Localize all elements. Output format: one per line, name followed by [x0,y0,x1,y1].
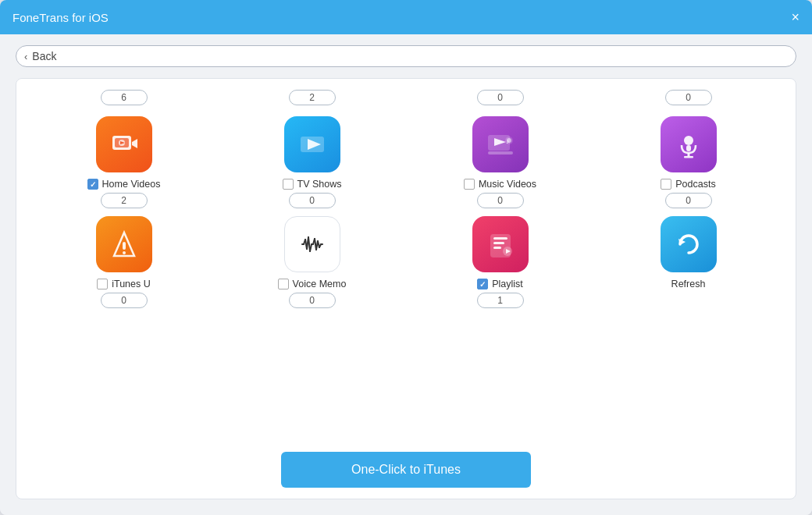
itunes-button[interactable]: One-Click to iTunes [281,452,531,488]
playlist-count: 1 [477,293,524,308]
playlist-label-row: Playlist [477,279,523,289]
top-count-badge-0: 6 [101,90,148,105]
top-count-item-1: 2 [220,90,404,105]
svg-rect-18 [123,242,126,250]
playlist-checkbox[interactable] [477,279,488,289]
top-count-badge-3: 0 [665,90,712,105]
top-count-item-2: 0 [408,90,592,105]
grid-item-home-videos: Home Videos2 [32,116,215,208]
home-videos-label-row: Home Videos [87,179,161,190]
svg-rect-9 [488,151,513,154]
podcasts-label-row: Podcasts [661,179,715,190]
back-button[interactable]: ‹ Back [16,45,796,67]
home-videos-count: 2 [101,193,148,208]
podcasts-count: 0 [665,193,712,208]
grid-item-voice-memo: Voice Memo0 [220,216,404,308]
voice-memo-checkbox[interactable] [278,279,289,289]
app-title: FoneTrans for iOS [12,11,109,24]
grid-item-tv-shows: TV Shows0 [220,116,404,208]
back-chevron-icon: ‹ [24,51,27,62]
refresh-label: Refresh [671,279,706,289]
voice-memo-count: 0 [289,293,336,308]
svg-marker-1 [132,139,137,148]
home-videos-checkbox[interactable] [87,179,98,190]
playlist-label: Playlist [492,279,523,289]
voice-memo-icon [284,216,340,272]
tv-shows-count: 0 [289,193,336,208]
svg-rect-16 [684,156,693,158]
itunes-u-label: iTunes U [112,279,151,289]
tv-shows-label-row: TV Shows [283,179,342,190]
grid-area: 6 2 0 0 H [24,90,788,439]
podcasts-checkbox[interactable] [661,179,671,190]
music-videos-icon: ♪ [472,116,529,172]
content-area: ‹ Back 6 2 0 0 [0,34,812,515]
itunes-u-checkbox[interactable] [97,279,108,289]
bottom-bar: One-Click to iTunes [24,439,788,491]
tv-shows-checkbox[interactable] [283,179,294,190]
svg-point-19 [123,251,126,254]
itunes-u-icon [96,216,152,272]
svg-rect-34 [493,237,508,240]
home-videos-label: Home Videos [102,179,161,190]
tv-shows-label: TV Shows [297,179,342,190]
app-window: FoneTrans for iOS × ‹ Back 6 2 0 [0,0,812,515]
playlist-icon [472,216,529,272]
back-label: Back [32,50,56,62]
main-panel: 6 2 0 0 H [16,78,796,499]
voice-memo-label-row: Voice Memo [278,279,347,289]
grid-item-playlist: Playlist1 [408,216,592,308]
home-videos-icon [96,116,152,172]
grid-item-podcasts: Podcasts0 [597,116,780,208]
music-videos-label: Music Videos [479,179,536,190]
close-button[interactable]: × [791,10,800,24]
grid-item-music-videos: ♪ Music Videos0 [408,116,592,208]
grid-item-refresh: Refresh [597,216,780,308]
svg-rect-35 [493,242,504,244]
svg-rect-15 [687,153,689,156]
top-count-row: 6 2 0 0 [32,90,780,113]
tv-shows-icon [284,116,340,172]
svg-rect-36 [493,247,501,249]
voice-memo-label: Voice Memo [293,279,347,289]
media-grid: Home Videos2 TV Shows0 ♪ Music Videos0 P… [32,116,780,316]
grid-item-itunes-u: iTunes U0 [32,216,215,308]
itunes-u-count: 0 [101,293,148,308]
top-count-badge-1: 2 [289,90,336,105]
music-videos-count: 0 [477,193,524,208]
itunes-u-label-row: iTunes U [97,279,151,289]
svg-line-25 [310,244,312,251]
svg-text:♪: ♪ [506,138,509,145]
top-count-item-0: 6 [32,90,215,105]
podcasts-icon [661,116,717,172]
music-videos-label-row: Music Videos [464,179,536,190]
svg-rect-14 [686,145,691,151]
titlebar: FoneTrans for iOS × [0,0,812,34]
music-videos-checkbox[interactable] [464,179,475,190]
refresh-label-row: Refresh [671,279,706,289]
svg-point-13 [684,136,693,145]
top-count-item-3: 0 [597,90,780,105]
top-count-badge-2: 0 [477,90,524,105]
podcasts-label: Podcasts [675,179,715,190]
refresh-icon[interactable] [661,216,717,272]
